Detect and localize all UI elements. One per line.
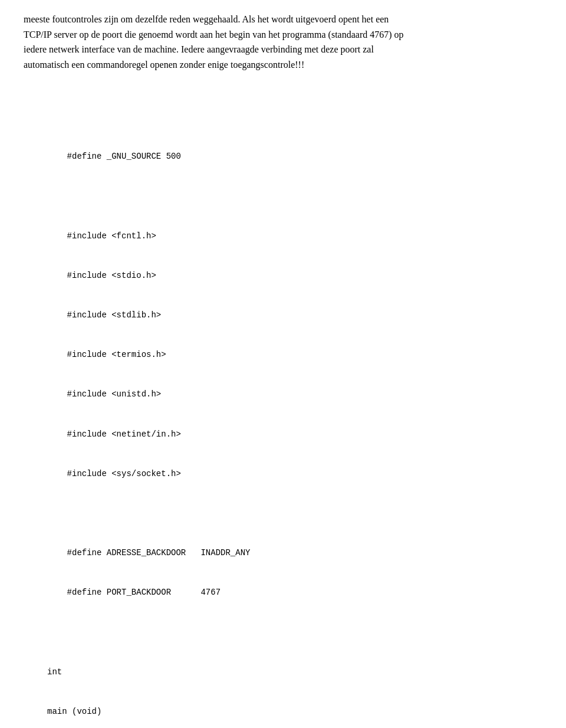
code-line-include-fcntl: #include <fcntl.h> — [47, 229, 542, 242]
code-empty-3 — [47, 507, 542, 520]
code-line-include-unistd: #include <unistd.h> — [47, 388, 542, 401]
code-line-include-netinet: #include <netinet/in.h> — [47, 428, 542, 441]
code-block: #define _GNU_SOURCE 500 #include <fcntl.… — [24, 84, 542, 728]
code-line-define-gnu: #define _GNU_SOURCE 500 — [47, 150, 542, 163]
prose-line-1: meeste foutcontroles zijn om dezelfde re… — [24, 14, 389, 24]
code-line-include-stdlib: #include <stdlib.h> — [47, 309, 542, 322]
prose-line-4: automatisch een commandoregel openen zon… — [24, 60, 304, 70]
prose-line-3: iedere netwerk interface van de machine.… — [24, 44, 374, 54]
code-line-main-void: main (void) — [47, 705, 542, 718]
code-empty-2 — [47, 190, 542, 203]
page-content: meeste foutcontroles zijn om dezelfde re… — [24, 12, 542, 728]
code-line-int: int — [47, 665, 542, 678]
code-empty-1 — [47, 110, 542, 123]
intro-paragraph: meeste foutcontroles zijn om dezelfde re… — [24, 12, 542, 72]
code-line-include-syssocket: #include <sys/socket.h> — [47, 467, 542, 480]
code-empty-4 — [47, 625, 542, 638]
code-line-define-adresse: #define ADRESSE_BACKDOOR INADDR_ANY — [47, 546, 542, 559]
code-line-include-termios: #include <termios.h> — [47, 348, 542, 361]
code-line-define-port: #define PORT_BACKDOOR 4767 — [47, 586, 542, 599]
code-line-include-stdio: #include <stdio.h> — [47, 269, 542, 282]
prose-line-2: TCP/IP server op de poort die genoemd wo… — [24, 29, 404, 40]
